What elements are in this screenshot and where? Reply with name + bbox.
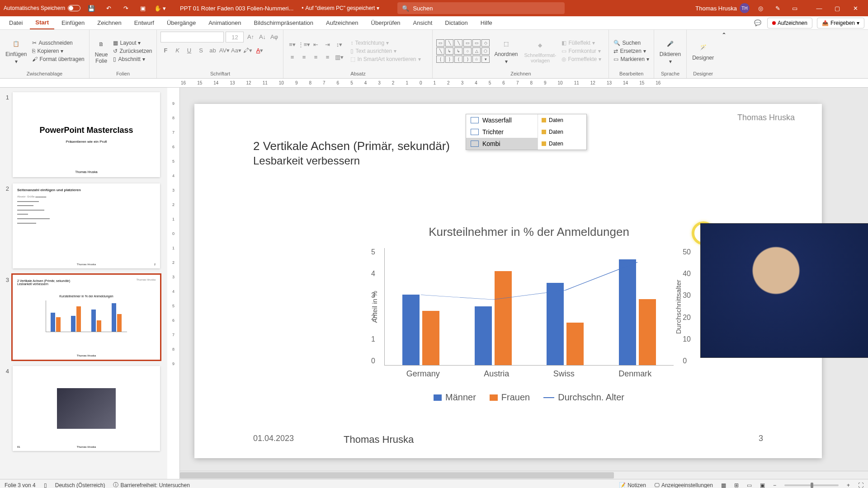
chart-type-trichter[interactable]: Trichter bbox=[466, 126, 538, 138]
search-input[interactable] bbox=[413, 5, 560, 12]
tab-ansicht[interactable]: Ansicht bbox=[408, 17, 438, 29]
dictate-button[interactable]: 🎤Diktieren▾ bbox=[658, 36, 683, 66]
thumbnail-3[interactable]: 2 Vertikale Achsen (Primär, sekundär)Les… bbox=[13, 275, 160, 360]
chart-type-wasserfall[interactable]: Wasserfall bbox=[466, 114, 538, 126]
layout-button[interactable]: ▦ Layout ▾ bbox=[112, 39, 153, 47]
freigeben-button[interactable]: 📤 Freigeben ▾ bbox=[817, 18, 864, 28]
arrange-button[interactable]: ⬚Anordnen▾ bbox=[492, 36, 519, 66]
accessibility-check-icon[interactable]: ▯ bbox=[44, 482, 47, 488]
series-daten-3[interactable]: Daten bbox=[538, 138, 583, 150]
saved-location[interactable]: • Auf "diesem PC" gespeichert ▾ bbox=[302, 5, 379, 11]
slide-thumbnails[interactable]: 1 PowerPoint Masterclass Präsentieren wi… bbox=[0, 88, 167, 479]
select-button[interactable]: ▭ Markieren ▾ bbox=[613, 56, 650, 63]
slide-title[interactable]: 2 Vertikale Achsen (Primär, sekundär) bbox=[253, 139, 450, 153]
reading-view-icon[interactable]: ▭ bbox=[747, 482, 752, 488]
tab-zeichnen[interactable]: Zeichnen bbox=[92, 17, 127, 29]
text-align-button[interactable]: ▯ Text ausrichten ▾ bbox=[349, 47, 421, 55]
tab-ueberpruefen[interactable]: Überprüfen bbox=[366, 17, 406, 29]
align-left-icon[interactable]: ≡ bbox=[287, 52, 297, 62]
display-settings-button[interactable]: 🖵 Anzeigeeinstellungen bbox=[654, 482, 713, 488]
shapes-gallery[interactable]: ▭╲╲▭▭◇ ╲↳↳○△⬡ {}()☆▾ bbox=[436, 39, 490, 63]
numbering-icon[interactable]: ⋮≡▾ bbox=[299, 40, 309, 50]
highlight-button[interactable]: 🖍▾ bbox=[243, 45, 253, 55]
combo-chart[interactable]: Kursteilnehmer in % der Anmeldungen Ante… bbox=[357, 225, 701, 406]
font-color-button[interactable]: A▾ bbox=[255, 45, 264, 55]
fit-window-icon[interactable]: ⛶ bbox=[858, 482, 863, 488]
line-spacing-icon[interactable]: ↕▾ bbox=[334, 40, 344, 50]
sync-icon[interactable]: ◎ bbox=[754, 2, 767, 14]
cut-button[interactable]: ✂ Ausschneiden bbox=[31, 39, 85, 47]
horizontal-scrollbar[interactable] bbox=[180, 471, 868, 479]
font-family-select[interactable] bbox=[160, 32, 224, 42]
columns-icon[interactable]: ▥▾ bbox=[334, 52, 344, 62]
shadow-button[interactable]: ab bbox=[208, 45, 217, 55]
slide-counter[interactable]: Folie 3 von 4 bbox=[5, 482, 36, 488]
tab-animationen[interactable]: Animationen bbox=[203, 17, 246, 29]
sorter-view-icon[interactable]: ⊞ bbox=[734, 482, 739, 488]
maximize-button[interactable]: ▢ bbox=[828, 2, 846, 14]
tab-bildschirm[interactable]: Bildschirmpräsentation bbox=[248, 17, 319, 29]
effects-button[interactable]: ◎ Formeffekte ▾ bbox=[561, 56, 602, 63]
try-icon[interactable]: ✎ bbox=[771, 2, 784, 14]
toggle-icon[interactable] bbox=[68, 5, 80, 11]
font-size-select[interactable]: 12 bbox=[226, 32, 244, 42]
quick-styles-button[interactable]: ◆Schnellformat- vorlagen bbox=[523, 37, 558, 65]
new-slide-button[interactable]: 🗎Neue Folie bbox=[93, 36, 110, 66]
copy-button[interactable]: ⎘ Kopieren ▾ bbox=[31, 47, 85, 55]
reset-button[interactable]: ↺ Zurücksetzen bbox=[112, 47, 153, 55]
align-right-icon[interactable]: ≡ bbox=[311, 52, 321, 62]
align-center-icon[interactable]: ≡ bbox=[299, 52, 309, 62]
comments-icon[interactable]: 💬 bbox=[753, 18, 763, 28]
tab-aufzeichnen[interactable]: Aufzeichnen bbox=[321, 17, 364, 29]
indent-dec-icon[interactable]: ⇤ bbox=[311, 40, 321, 50]
strike-button[interactable]: S bbox=[196, 45, 206, 55]
aufzeichnen-button[interactable]: Aufzeichnen bbox=[767, 18, 812, 28]
decrease-font-icon[interactable]: A↓ bbox=[257, 32, 267, 42]
series-daten-2[interactable]: Daten bbox=[538, 126, 583, 138]
underline-button[interactable]: U bbox=[184, 45, 194, 55]
fill-button[interactable]: ◧ Fülleffekt ▾ bbox=[561, 39, 602, 47]
slide-canvas[interactable]: 9876543210123456789 Thomas Hruska 2 Vert… bbox=[167, 88, 868, 479]
zoom-in-icon[interactable]: + bbox=[847, 482, 850, 488]
autosave-toggle[interactable]: Automatisches Speichern bbox=[4, 5, 80, 11]
replace-button[interactable]: ⇄ Ersetzen ▾ bbox=[613, 47, 650, 55]
text-direction-button[interactable]: ↕ Textrichtung ▾ bbox=[349, 39, 421, 47]
format-painter-button[interactable]: 🖌 Format übertragen bbox=[31, 56, 85, 63]
normal-view-icon[interactable]: ▦ bbox=[721, 482, 726, 488]
series-daten-1[interactable]: Daten bbox=[538, 114, 583, 126]
slide-subtitle[interactable]: Lesbarkeit verbessern bbox=[253, 155, 360, 167]
thumbnail-1[interactable]: PowerPoint Masterclass Präsentieren wie … bbox=[13, 92, 160, 177]
tab-uebergaenge[interactable]: Übergänge bbox=[161, 17, 201, 29]
save-icon[interactable]: 💾 bbox=[85, 2, 98, 14]
accessibility-status[interactable]: ⓘ Barrierefreiheit: Untersuchen bbox=[113, 481, 189, 488]
indent-inc-icon[interactable]: ⇥ bbox=[322, 40, 332, 50]
present-icon[interactable]: ▣ bbox=[137, 2, 149, 14]
outline-button[interactable]: ▭ Formkontur ▾ bbox=[561, 47, 602, 55]
zoom-out-icon[interactable]: − bbox=[773, 482, 776, 488]
notes-button[interactable]: 📝 Notizen bbox=[619, 482, 646, 488]
smartart-button[interactable]: ⬚ In SmartArt konvertieren ▾ bbox=[349, 56, 421, 63]
undo-icon[interactable]: ↶ bbox=[102, 2, 115, 14]
case-button[interactable]: Aa▾ bbox=[231, 45, 241, 55]
tab-entwurf[interactable]: Entwurf bbox=[129, 17, 160, 29]
find-button[interactable]: 🔍 Suchen bbox=[613, 39, 650, 47]
search-box[interactable]: 🔍 bbox=[397, 2, 565, 14]
zoom-slider[interactable] bbox=[784, 484, 839, 486]
bullets-icon[interactable]: ≡▾ bbox=[287, 40, 297, 50]
user-account[interactable]: Thomas Hruska TH bbox=[695, 3, 750, 13]
window-mode-icon[interactable]: ▭ bbox=[788, 2, 801, 14]
close-button[interactable]: ✕ bbox=[846, 2, 864, 14]
section-button[interactable]: ▯ Abschnitt ▾ bbox=[112, 56, 153, 63]
collapse-ribbon-icon[interactable]: ⌃ bbox=[722, 32, 726, 38]
tab-start[interactable]: Start bbox=[30, 16, 54, 29]
increase-font-icon[interactable]: A↑ bbox=[245, 32, 255, 42]
spacing-button[interactable]: AV▾ bbox=[219, 45, 229, 55]
bold-button[interactable]: F bbox=[160, 45, 170, 55]
tab-datei[interactable]: Datei bbox=[4, 17, 28, 29]
paste-button[interactable]: 📋Einfügen▾ bbox=[4, 36, 28, 66]
chart-type-kombi[interactable]: Kombi bbox=[466, 138, 538, 150]
thumbnail-2[interactable]: Seitenanzahl einfügen und platzieren Abs… bbox=[13, 183, 160, 268]
redo-icon[interactable]: ↷ bbox=[119, 2, 132, 14]
slideshow-view-icon[interactable]: ▣ bbox=[760, 482, 765, 488]
italic-button[interactable]: K bbox=[172, 45, 182, 55]
